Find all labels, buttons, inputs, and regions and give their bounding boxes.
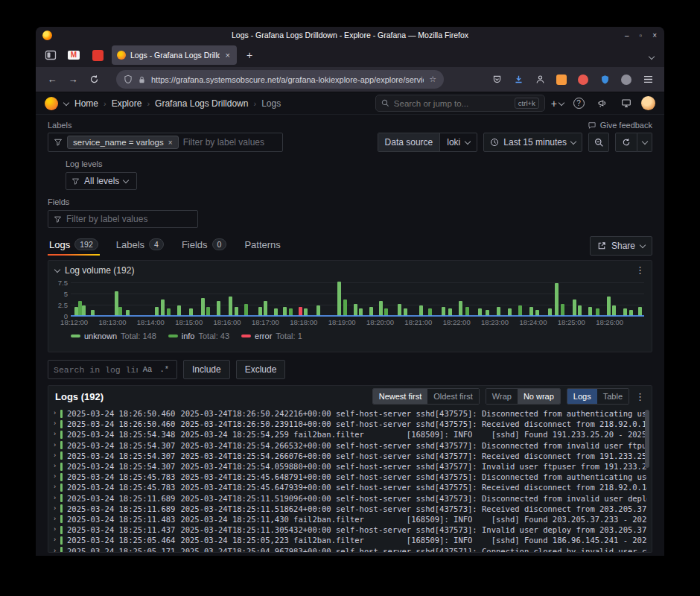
give-feedback-link[interactable]: Give feedback — [588, 121, 652, 130]
table-view-button[interactable]: Table — [597, 389, 629, 404]
window-close-button[interactable]: × — [652, 31, 657, 39]
breadcrumb-item[interactable]: Home — [74, 98, 98, 109]
log-row[interactable]: ›2025-03-24 18:25:54.3072025-03-24T18:25… — [53, 440, 647, 451]
window-maximize-button[interactable]: ▫ — [640, 31, 643, 39]
log-expand-chevron[interactable]: › — [53, 420, 60, 428]
include-button[interactable]: Include — [183, 360, 230, 379]
log-row[interactable]: ›2025-03-24 18:25:11.4832025-03-24 18:25… — [53, 514, 647, 524]
help-button[interactable]: ? — [570, 95, 588, 112]
log-levels-dropdown[interactable]: All levels — [66, 172, 137, 190]
bitwarden-icon[interactable] — [596, 71, 614, 89]
logs-scrollbar[interactable] — [645, 410, 649, 468]
panel-menu-icon[interactable]: ⋮ — [635, 264, 645, 276]
tab-patterns[interactable]: Patterns — [243, 235, 281, 256]
legend-item[interactable]: unknownTotal: 148 — [71, 332, 156, 340]
extension-icon-gray[interactable] — [617, 71, 635, 89]
log-expand-chevron[interactable]: › — [53, 463, 60, 470]
tab-labels[interactable]: Labels4 — [115, 235, 165, 256]
no-wrap-button[interactable]: No wrap — [518, 389, 560, 404]
chip-remove-icon[interactable]: × — [168, 139, 173, 147]
collapse-chevron-icon[interactable] — [54, 266, 60, 272]
log-row[interactable]: ›2025-03-24 18:25:54.3482025-03-24 18:25… — [53, 429, 647, 440]
pocket-icon[interactable] — [488, 71, 506, 89]
log-row[interactable]: ›2025-03-24 18:26:50.4602025-03-24T18:26… — [53, 419, 647, 429]
log-row[interactable]: ›2025-03-24 18:25:11.6892025-03-24T18:25… — [53, 493, 647, 504]
newest-first-button[interactable]: Newest first — [373, 389, 427, 404]
log-row[interactable]: ›2025-03-24 18:25:11.4372025-03-24T18:25… — [53, 524, 647, 535]
tracking-protection-shield-icon[interactable] — [124, 74, 133, 84]
log-expand-chevron[interactable]: › — [53, 431, 60, 438]
log-expand-chevron[interactable]: › — [53, 473, 60, 481]
logs-view-button[interactable]: Logs — [567, 389, 597, 404]
breadcrumb-item[interactable]: Explore — [112, 98, 142, 109]
legend-item[interactable]: infoTotal: 43 — [168, 332, 229, 340]
log-expand-chevron[interactable]: › — [53, 526, 60, 533]
tab-logs[interactable]: Logs192 — [48, 235, 100, 256]
log-row[interactable]: ›2025-03-24 18:26:50.4602025-03-24T18:26… — [53, 408, 647, 419]
bookmark-star-icon[interactable]: ☆ — [429, 74, 436, 84]
log-volume-plot[interactable] — [71, 281, 644, 317]
pinned-tab-gmail[interactable]: M — [64, 45, 83, 65]
log-line-search-input[interactable] — [54, 365, 138, 375]
monitor-button[interactable] — [617, 95, 635, 112]
refresh-interval-dropdown[interactable] — [637, 133, 652, 152]
log-row[interactable]: ›2025-03-24 18:25:45.7832025-03-24T18:25… — [53, 472, 647, 482]
breadcrumb-item[interactable]: Grafana Logs Drilldown — [155, 98, 248, 109]
label-filter-input[interactable] — [183, 137, 277, 148]
wrap-button[interactable]: Wrap — [486, 389, 518, 404]
chevron-down-icon[interactable] — [63, 99, 69, 105]
extension-icon-orange[interactable] — [553, 71, 570, 89]
create-new-button[interactable]: + — [551, 98, 564, 110]
tab-close-icon[interactable]: × — [224, 51, 232, 60]
list-all-tabs-button[interactable] — [649, 48, 658, 62]
log-line-search-box[interactable]: Aa .* — [48, 360, 177, 379]
log-expand-chevron[interactable]: › — [53, 505, 60, 513]
url-bar[interactable]: https://grafana.systemsobscure.net/a/gra… — [116, 70, 444, 89]
url-text[interactable]: https://grafana.systemsobscure.net/a/gra… — [151, 75, 424, 84]
user-avatar[interactable] — [641, 96, 655, 110]
fields-filter-box[interactable] — [48, 210, 198, 228]
case-sensitivity-toggle[interactable]: Aa — [141, 364, 155, 375]
share-button[interactable]: Share — [590, 236, 652, 256]
time-range-picker[interactable]: Last 15 minutes — [483, 133, 582, 152]
grafana-logo[interactable] — [45, 97, 58, 110]
window-titlebar[interactable]: Logs - Grafana Logs Drilldown - Explore … — [36, 27, 664, 43]
menu-icon[interactable] — [639, 71, 657, 89]
browser-tab-active[interactable]: Logs - Grafana Logs Drilldow × — [112, 45, 237, 65]
firefox-view-button[interactable] — [42, 46, 60, 64]
log-expand-chevron[interactable]: › — [53, 484, 60, 491]
tab-fields[interactable]: Fields0 — [180, 235, 229, 256]
download-icon[interactable] — [509, 71, 527, 89]
window-minimize-button[interactable]: – — [625, 31, 629, 39]
reload-button[interactable] — [85, 71, 103, 89]
pinned-tab-red[interactable] — [88, 45, 107, 65]
log-row[interactable]: ›2025-03-24 18:25:54.3072025-03-24T18:25… — [53, 451, 647, 461]
extension-icon-red[interactable] — [574, 71, 592, 89]
log-expand-chevron[interactable]: › — [53, 516, 60, 523]
log-row[interactable]: ›2025-03-24 18:25:05.1712025-03-24T18:25… — [53, 545, 647, 552]
oldest-first-button[interactable]: Oldest first — [427, 389, 479, 404]
zoom-out-button[interactable] — [588, 133, 609, 152]
global-search-input[interactable] — [394, 99, 510, 108]
logs-panel-menu-icon[interactable]: ⋮ — [635, 391, 645, 402]
log-expand-chevron[interactable]: › — [53, 410, 60, 417]
forward-button[interactable]: → — [64, 71, 82, 89]
global-search[interactable]: ctrl+k — [375, 95, 545, 112]
lock-icon[interactable] — [138, 75, 146, 84]
legend-item[interactable]: errorTotal: 1 — [241, 332, 302, 340]
back-button[interactable]: ← — [43, 71, 61, 89]
log-row[interactable]: ›2025-03-24 18:25:45.7832025-03-24T18:25… — [53, 482, 647, 492]
breadcrumb-item[interactable]: Logs — [261, 98, 281, 109]
datasource-picker[interactable]: Data source loki — [378, 133, 478, 152]
log-row[interactable]: ›2025-03-24 18:25:11.6892025-03-24T18:25… — [53, 504, 647, 514]
log-expand-chevron[interactable]: › — [53, 548, 60, 552]
label-filter-chip[interactable]: service_name = varlogs × — [67, 136, 179, 149]
log-expand-chevron[interactable]: › — [53, 536, 60, 544]
log-row[interactable]: ›2025-03-24 18:25:54.3072025-03-24T18:25… — [53, 461, 647, 472]
refresh-button[interactable] — [615, 133, 637, 152]
exclude-button[interactable]: Exclude — [236, 360, 286, 379]
account-icon[interactable] — [531, 71, 549, 89]
log-row[interactable]: ›2025-03-24 18:25:05.4642025-03-24 18:25… — [53, 535, 647, 545]
new-tab-button[interactable]: + — [241, 47, 258, 63]
log-expand-chevron[interactable]: › — [53, 452, 60, 460]
